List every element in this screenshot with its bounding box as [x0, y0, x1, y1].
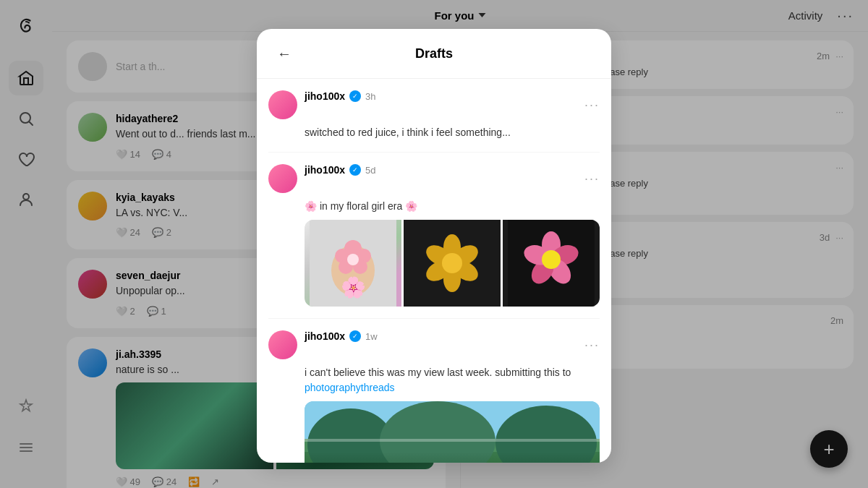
draft-time: 1w [365, 331, 378, 342]
draft-text: 🌸 in my floral girl era 🌸 [305, 199, 600, 214]
draft-item-2: jiho100x ✓ 5d ··· 🌸 in my floral girl er… [268, 153, 600, 319]
svg-rect-34 [305, 439, 600, 442]
svg-point-12 [347, 254, 359, 265]
draft-username[interactable]: jiho100x [305, 90, 345, 102]
draft-text: switched to red juice, i think i feel so… [305, 125, 600, 140]
drafts-header: ← Drafts [257, 29, 611, 79]
verified-icon: ✓ [349, 330, 361, 342]
modal-overlay[interactable]: ← Drafts jiho100x ✓ 3h ··· [0, 0, 868, 488]
draft-item-3: jiho100x ✓ 1w ··· i can't believe this w… [268, 319, 600, 463]
draft-avatar [268, 90, 297, 119]
drafts-title: Drafts [415, 46, 453, 61]
draft-landscape-image [305, 401, 600, 463]
draft-avatar [268, 164, 297, 193]
draft-more-icon[interactable]: ··· [584, 338, 600, 353]
drafts-body: jiho100x ✓ 3h ··· switched to red juice,… [257, 79, 611, 463]
draft-meta: jiho100x ✓ 5d [305, 164, 577, 179]
draft-image-flower-hand [305, 220, 401, 307]
verified-icon: ✓ [349, 90, 361, 102]
draft-avatar [268, 330, 297, 359]
svg-point-27 [542, 250, 561, 269]
svg-rect-30 [305, 452, 600, 463]
draft-image-flower-gold [404, 220, 501, 307]
draft-username[interactable]: jiho100x [305, 330, 345, 342]
draft-images [305, 220, 600, 307]
draft-time: 3h [365, 91, 375, 102]
verified-icon: ✓ [349, 164, 361, 176]
drafts-modal: ← Drafts jiho100x ✓ 3h ··· [257, 29, 611, 463]
draft-more-icon[interactable]: ··· [584, 98, 600, 113]
draft-item-1: jiho100x ✓ 3h ··· switched to red juice,… [268, 79, 600, 153]
draft-username[interactable]: jiho100x [305, 164, 345, 176]
draft-text: i can't believe this was my view last we… [305, 365, 600, 395]
drafts-back-button[interactable]: ← [271, 40, 297, 67]
draft-image-flower-pink [503, 220, 600, 307]
svg-point-20 [442, 253, 462, 273]
draft-meta: jiho100x ✓ 1w [305, 330, 577, 345]
draft-link[interactable]: photographythreads [305, 382, 395, 393]
back-arrow-icon: ← [277, 46, 292, 62]
draft-more-icon[interactable]: ··· [584, 171, 600, 187]
draft-meta: jiho100x ✓ 3h [305, 90, 577, 105]
draft-time: 5d [365, 165, 375, 176]
